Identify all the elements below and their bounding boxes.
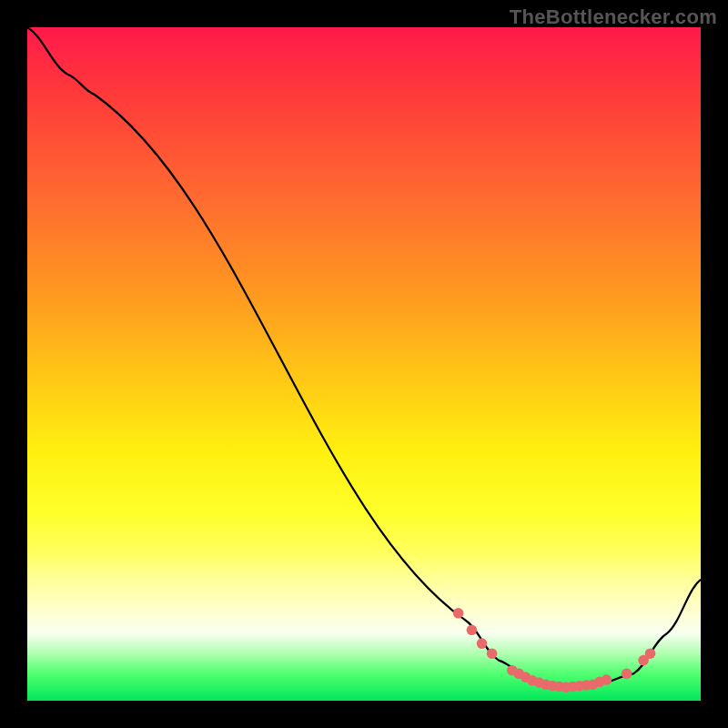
marker-dot [487,648,498,659]
optimal-zone-markers [453,608,655,693]
source-watermark: TheBottlenecker.com [510,5,717,29]
chart-frame: TheBottlenecker.com [0,0,728,728]
marker-dot [467,625,478,636]
plot-area [27,27,701,701]
marker-dot [453,608,464,619]
marker-dot [622,669,632,680]
marker-dot [645,648,656,659]
bottleneck-curve [27,27,701,687]
marker-dot [602,674,612,685]
marker-dot [477,638,488,649]
chart-overlay [27,27,701,701]
